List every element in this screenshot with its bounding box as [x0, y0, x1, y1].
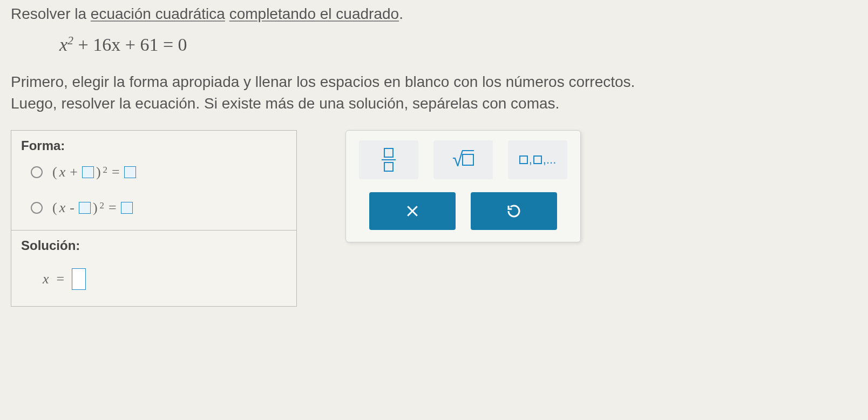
solution-input[interactable]	[72, 268, 86, 290]
sqrt-button[interactable]: √	[433, 140, 493, 179]
clear-button[interactable]	[369, 192, 456, 230]
forma-header: Forma:	[11, 131, 296, 159]
list-icon: ,,...	[519, 153, 557, 167]
solution-equation: x =	[21, 268, 287, 290]
option-minus[interactable]: (x - )2 =	[11, 194, 296, 230]
problem-statement: Resolver la ecuación cuadrática completa…	[11, 5, 857, 23]
radio-icon[interactable]	[31, 166, 43, 178]
prompt-prefix: Resolver la	[11, 5, 91, 22]
link-completing-square[interactable]: completando el cuadrado	[229, 5, 399, 22]
undo-icon	[506, 203, 522, 219]
answer-panel: Forma: (x + )2 = (x - )2 = Solución:	[11, 130, 297, 307]
option-plus[interactable]: (x + )2 =	[11, 159, 296, 194]
radio-icon[interactable]	[31, 202, 43, 214]
fraction-icon	[382, 148, 396, 172]
list-button[interactable]: ,,...	[508, 140, 567, 179]
instructions-line-2: Luego, resolver la ecuación. Si existe m…	[11, 93, 857, 114]
problem-equation: x2 + 16x + 61 = 0	[59, 33, 857, 55]
reset-button[interactable]	[471, 192, 557, 230]
instructions: Primero, elegir la forma apropiada y lle…	[11, 71, 857, 113]
sqrt-icon: √	[452, 150, 474, 170]
blank-input[interactable]	[121, 202, 133, 214]
link-quadratic-equation[interactable]: ecuación cuadrática	[91, 5, 225, 22]
blank-input[interactable]	[124, 166, 136, 178]
x-icon	[404, 203, 421, 219]
blank-input[interactable]	[82, 166, 94, 178]
solucion-header: Solución:	[21, 238, 287, 253]
fraction-button[interactable]	[359, 140, 418, 179]
instructions-line-1: Primero, elegir la forma apropiada y lle…	[11, 71, 857, 92]
blank-input[interactable]	[79, 202, 91, 214]
math-toolbox: √ ,,...	[345, 130, 581, 242]
